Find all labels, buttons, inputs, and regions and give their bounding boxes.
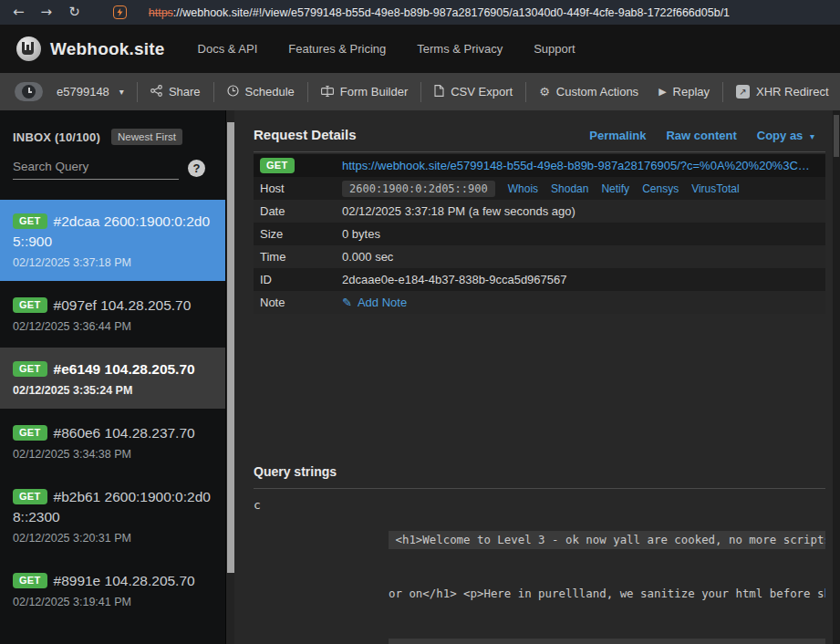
brand-name: Webhook.site bbox=[50, 39, 165, 59]
code-next-line-strip bbox=[389, 639, 825, 644]
nav-support[interactable]: Support bbox=[534, 42, 576, 56]
query-strings-section: Query strings c <h1>Welcome to Level 3 -… bbox=[254, 464, 825, 644]
request-timestamp: 02/12/2025 3:19:41 PM bbox=[13, 596, 213, 608]
token-selector-button[interactable]: e5799148 ▾ bbox=[15, 82, 124, 101]
token-id: e5799148 bbox=[57, 85, 109, 99]
brand-link[interactable]: Webhook.site bbox=[16, 36, 165, 61]
request-timestamp: 02/12/2025 3:34:38 PM bbox=[13, 448, 213, 461]
request-list-item[interactable]: GET#e6149 104.28.205.70 02/12/2025 3:35:… bbox=[0, 348, 225, 409]
extension-icon[interactable] bbox=[113, 5, 127, 19]
custom-actions-button[interactable]: ⚙ Custom Actions bbox=[539, 85, 638, 99]
whois-link[interactable]: Whois bbox=[508, 182, 538, 195]
main-scrollbar-thumb[interactable] bbox=[834, 115, 839, 157]
request-timestamp: 02/12/2025 3:37:18 PM bbox=[13, 256, 213, 269]
requests-sidebar: INBOX (10/100) Newest First ? GET#2dcaa … bbox=[0, 110, 225, 644]
toolbar-divider bbox=[213, 82, 214, 102]
add-note-button[interactable]: ✎Add Note bbox=[342, 296, 407, 309]
raw-content-link[interactable]: Raw content bbox=[666, 129, 736, 142]
sidebar-scrollbar[interactable] bbox=[225, 110, 234, 644]
size-row: Size 0 bytes bbox=[254, 223, 825, 245]
nav-features-pricing[interactable]: Features & Pricing bbox=[288, 42, 386, 56]
main-scrollbar[interactable] bbox=[833, 110, 840, 644]
webhook-logo-icon bbox=[16, 36, 41, 61]
nav-docs-api[interactable]: Docs & API bbox=[198, 42, 258, 56]
host-row: Host 2600:1900:0:2d05::900 Whois Shodan … bbox=[254, 177, 825, 200]
form-builder-label: Form Builder bbox=[340, 85, 408, 99]
browser-toolbar: ← → ↻ https://webhook.site/#!/view/e5799… bbox=[0, 0, 840, 25]
toolbar-divider bbox=[420, 82, 421, 102]
request-id-address: #097ef 104.28.205.70 bbox=[54, 297, 192, 313]
share-icon bbox=[150, 85, 162, 99]
pencil-icon: ✎ bbox=[342, 296, 352, 309]
replay-button[interactable]: ▶ Replay bbox=[659, 85, 710, 99]
xhr-redirect-label: XHR Redirect bbox=[756, 85, 828, 99]
request-timestamp: 02/12/2025 3:35:24 PM bbox=[13, 384, 213, 397]
sort-order-badge[interactable]: Newest First bbox=[111, 129, 182, 145]
url-scheme-struck: https bbox=[149, 6, 173, 19]
method-badge: GET bbox=[13, 297, 47, 313]
toolbar-divider bbox=[307, 82, 308, 102]
inbox-count-label: INBOX (10/100) bbox=[13, 130, 100, 144]
search-input[interactable] bbox=[13, 156, 179, 180]
forward-icon[interactable]: → bbox=[41, 5, 53, 19]
virustotal-link[interactable]: VirusTotal bbox=[691, 182, 739, 195]
token-history-icon bbox=[15, 82, 43, 101]
censys-link[interactable]: Censys bbox=[642, 182, 679, 195]
note-row: Note ✎Add Note bbox=[254, 291, 825, 314]
request-timestamp: 02/12/2025 3:20:31 PM bbox=[13, 532, 213, 545]
shodan-link[interactable]: Shodan bbox=[551, 182, 588, 195]
action-toolbar: e5799148 ▾ Share Schedule Form Builder bbox=[0, 73, 840, 110]
size-value: 0 bytes bbox=[342, 227, 380, 241]
request-list-item[interactable]: GET#8991e 104.28.205.70 02/12/2025 3:19:… bbox=[0, 559, 225, 620]
netify-link[interactable]: Netify bbox=[601, 182, 629, 195]
toolbar-divider bbox=[525, 82, 526, 102]
reload-icon[interactable]: ↻ bbox=[68, 5, 80, 19]
xhr-redirect-button[interactable]: ↗ XHR Redirect bbox=[736, 85, 828, 99]
query-param-key: c bbox=[254, 495, 389, 644]
request-details-panel: Request Details Permalink Raw content Co… bbox=[234, 110, 833, 644]
request-list-item[interactable]: GET#2dcaa 2600:1900:0:2d05::900 02/12/20… bbox=[0, 200, 225, 281]
gear-icon: ⚙ bbox=[539, 86, 550, 98]
request-list-item[interactable]: GET#860e6 104.28.237.70 02/12/2025 3:34:… bbox=[0, 411, 225, 473]
csv-export-button[interactable]: CSV Export bbox=[434, 85, 513, 99]
csv-export-label: CSV Export bbox=[451, 85, 513, 99]
permalink-link[interactable]: Permalink bbox=[589, 129, 646, 142]
sidebar-scrollbar-thumb[interactable] bbox=[227, 122, 234, 573]
search-help-icon[interactable]: ? bbox=[188, 160, 205, 177]
request-list-item[interactable]: GET#b2b61 2600:1900:0:2d08::2300 02/12/2… bbox=[0, 475, 225, 556]
chevron-down-icon: ▾ bbox=[810, 131, 814, 141]
nav-links: Docs & API Features & Pricing Terms & Pr… bbox=[198, 42, 576, 56]
time-row: Time 0.000 sec bbox=[254, 245, 825, 268]
method-badge: GET bbox=[13, 425, 47, 441]
address-bar[interactable]: https://webhook.site/#!/view/e5799148-b5… bbox=[149, 6, 730, 19]
clock-icon bbox=[227, 85, 239, 99]
schedule-button[interactable]: Schedule bbox=[227, 85, 295, 99]
host-value: 2600:1900:0:2d05::900 bbox=[342, 181, 495, 197]
form-builder-button[interactable]: Form Builder bbox=[321, 85, 408, 99]
query-param-value-code: <h1>Welcome to Level 3 - ok now yall are… bbox=[389, 495, 825, 644]
code-line: <h1>Welcome to Level 3 - ok now yall are… bbox=[389, 531, 825, 549]
request-url-link[interactable]: https://webhook.site/e5799148-b55d-49e8-… bbox=[342, 159, 810, 172]
request-list-item[interactable]: GET#097ef 104.28.205.70 02/12/2025 3:36:… bbox=[0, 284, 225, 345]
header-divider bbox=[254, 151, 825, 152]
section-divider bbox=[254, 488, 825, 489]
copy-as-dropdown[interactable]: Copy as ▾ bbox=[757, 129, 814, 142]
share-button[interactable]: Share bbox=[150, 85, 201, 99]
method-badge: GET bbox=[260, 158, 295, 173]
request-timestamp: 02/12/2025 3:36:44 PM bbox=[13, 320, 213, 333]
date-value: 02/12/2025 3:37:18 PM (a few seconds ago… bbox=[342, 204, 576, 218]
webhook-site-screen: ← → ↻ https://webhook.site/#!/view/e5799… bbox=[0, 0, 840, 644]
file-icon bbox=[434, 85, 444, 99]
back-icon[interactable]: ← bbox=[13, 5, 25, 19]
toolbar-divider bbox=[722, 82, 723, 102]
query-strings-title: Query strings bbox=[254, 464, 825, 479]
url-rest: ://webhook.site/#!/view/e5799148-b55d-49… bbox=[173, 6, 730, 19]
code-line: or on</h1> <p>Here in purellland, we san… bbox=[389, 585, 825, 603]
request-details-title: Request Details bbox=[254, 127, 357, 142]
nav-terms-privacy[interactable]: Terms & Privacy bbox=[417, 42, 503, 56]
chevron-down-icon: ▾ bbox=[119, 87, 124, 97]
id-row: ID 2dcaae0e-e184-4b37-838b-9cca5d967567 bbox=[254, 268, 825, 291]
details-table: GET https://webhook.site/e5799148-b55d-4… bbox=[254, 154, 825, 314]
method-badge: GET bbox=[13, 361, 47, 377]
schedule-label: Schedule bbox=[245, 85, 295, 99]
